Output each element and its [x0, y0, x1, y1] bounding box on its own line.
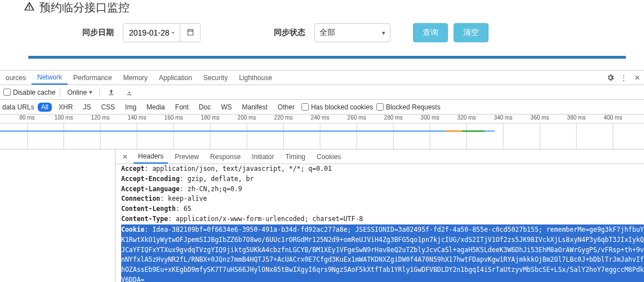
devtools-tab[interactable]: Security — [198, 70, 233, 85]
status-select-value: 全部 — [319, 28, 335, 38]
checkbox-input[interactable] — [3, 89, 11, 96]
devtools-tab[interactable]: Performance — [68, 70, 118, 85]
blocked-requests-label: Blocked Requests — [386, 103, 441, 111]
timeline-tick: 360 ms — [531, 114, 549, 121]
filter-type[interactable]: Doc — [196, 103, 214, 112]
header-row: Accept-Language: zh-CN,zh;q=0.9 — [121, 184, 644, 195]
status-label: 同步状态 — [274, 28, 305, 38]
filter-type[interactable]: Manifest — [239, 103, 271, 112]
header-row: Content-Length: 65 — [121, 204, 644, 214]
detail-tab[interactable]: Initiator — [247, 149, 278, 164]
headers-panel[interactable]: Accept: application/json, text/javascrip… — [116, 164, 644, 282]
header-row: Connection: keep-alive — [121, 194, 644, 204]
detail-tab[interactable]: Response — [206, 149, 245, 164]
timeline-tick: 240 ms — [311, 114, 330, 121]
header-row: Content-Type: application/x-www-form-url… — [121, 214, 644, 224]
separator — [99, 88, 100, 97]
timeline-tick: 220 ms — [274, 114, 293, 121]
filter-type[interactable]: JS — [79, 103, 94, 112]
header-row: Accept-Encoding: gzip, deflate, br — [121, 174, 644, 184]
header-value: application/json, text/javascript, */*; … — [152, 165, 332, 173]
throttling-value: Online — [67, 89, 87, 96]
devtools-tab[interactable]: Lighthouse — [233, 70, 278, 85]
warning-icon — [24, 1, 35, 15]
download-icon[interactable] — [125, 88, 134, 97]
date-input[interactable] — [123, 24, 180, 42]
section-divider — [28, 56, 626, 59]
page-title-text: 预约临分接口监控 — [39, 0, 130, 15]
timeline-tick: 180 ms — [201, 114, 220, 121]
devtools-tab[interactable]: Memory — [118, 70, 153, 85]
timeline-tick: 300 ms — [421, 114, 439, 121]
header-key: Connection — [121, 195, 160, 202]
blocked-cookies-checkbox[interactable]: Has blocked cookies — [301, 103, 373, 111]
filter-type[interactable]: Other — [274, 103, 298, 112]
kebab-icon[interactable]: ⋮ — [619, 73, 628, 82]
timeline-tick: 80 ms — [19, 114, 34, 121]
filter-type[interactable]: Media — [143, 103, 168, 112]
chevron-down-icon: ▾ — [89, 89, 92, 96]
timeline-bar — [445, 130, 462, 132]
header-value: Idea-382109bf=0f6634e6-3950-491a-b34d-fd… — [121, 226, 644, 282]
header-row-cookie: Cookie: Idea-382109bf=0f6634e6-3950-491a… — [121, 224, 644, 282]
timeline-tick: 260 ms — [348, 114, 366, 121]
devtools-tab[interactable]: Application — [153, 70, 198, 85]
header-value: keep-alive — [168, 195, 207, 202]
checkbox-input[interactable] — [301, 103, 309, 111]
request-list[interactable] — [0, 149, 116, 282]
timeline-tick: 120 ms — [91, 114, 110, 121]
header-key: Content-Type — [121, 215, 168, 223]
upload-icon[interactable] — [106, 88, 116, 97]
close-detail-icon[interactable]: ✕ — [119, 153, 131, 161]
page-title: 预约临分接口监控 — [20, 0, 634, 23]
timeline-tick: 100 ms — [55, 114, 73, 121]
date-label: 同步日期 — [82, 28, 114, 38]
header-value: gzip, deflate, br — [188, 175, 254, 183]
devtools-tabbar: ources Network Performance Memory Applic… — [0, 70, 644, 85]
header-value: zh-CN,zh;q=0.9 — [188, 185, 242, 193]
timeline-tick: 380 ms — [567, 114, 586, 121]
header-value: 65 — [184, 205, 192, 213]
devtools-panel: ources Network Performance Memory Applic… — [0, 70, 644, 282]
throttling-select[interactable]: Online ▾ — [65, 87, 95, 98]
network-toolbar: Disable cache Online ▾ — [0, 85, 644, 100]
timeline-bar — [0, 130, 445, 132]
separator — [60, 88, 60, 97]
filter-type[interactable]: XHR — [55, 103, 76, 112]
header-key: Accept-Language — [121, 185, 180, 193]
header-value: application/x-www-form-urlencoded; chars… — [176, 215, 363, 223]
network-timeline[interactable]: 80 ms 100 ms 120 ms 140 ms 160 ms 180 ms… — [0, 114, 644, 149]
detail-tab[interactable]: Timing — [281, 149, 310, 164]
gear-icon[interactable] — [606, 73, 615, 82]
filter-form: 同步日期 同步状态 全部 ▾ 查询 清空 — [20, 23, 634, 42]
detail-tab[interactable]: Headers — [134, 149, 168, 164]
network-filterbar: data URLs All XHR JS CSS Img Media Font … — [0, 100, 644, 114]
filter-type[interactable]: Img — [122, 103, 140, 112]
request-detail: ✕ Headers Preview Response Initiator Tim… — [0, 149, 644, 282]
detail-tabs: ✕ Headers Preview Response Initiator Tim… — [116, 149, 644, 164]
devtools-tab[interactable]: Network — [32, 70, 68, 85]
calendar-button[interactable] — [180, 24, 200, 42]
clear-button[interactable]: 清空 — [454, 23, 488, 42]
detail-tab[interactable]: Preview — [170, 149, 203, 164]
filter-type[interactable]: Font — [172, 103, 192, 112]
devtools-tab[interactable]: ources — [0, 70, 32, 85]
filter-type[interactable]: CSS — [97, 103, 118, 112]
timeline-tick: 340 ms — [494, 114, 513, 121]
status-select[interactable]: 全部 ▾ — [314, 23, 390, 42]
timeline-tick: 200 ms — [238, 114, 256, 121]
filter-type[interactable]: WS — [217, 103, 235, 112]
header-row: Accept: application/json, text/javascrip… — [121, 164, 644, 174]
header-key: Cookie — [121, 226, 145, 233]
timeline-tick: 320 ms — [458, 114, 476, 121]
blocked-cookies-label: Has blocked cookies — [311, 103, 373, 111]
filter-type[interactable]: All — [38, 103, 52, 112]
blocked-requests-checkbox[interactable]: Blocked Requests — [376, 103, 441, 111]
timeline-bar — [485, 130, 495, 132]
disable-cache-checkbox[interactable]: Disable cache — [3, 89, 55, 96]
checkbox-input[interactable] — [376, 103, 384, 111]
detail-tab[interactable]: Cookies — [312, 149, 345, 164]
timeline-bar — [462, 130, 485, 132]
query-button[interactable]: 查询 — [413, 23, 448, 42]
close-icon[interactable]: ✕ — [633, 73, 642, 82]
